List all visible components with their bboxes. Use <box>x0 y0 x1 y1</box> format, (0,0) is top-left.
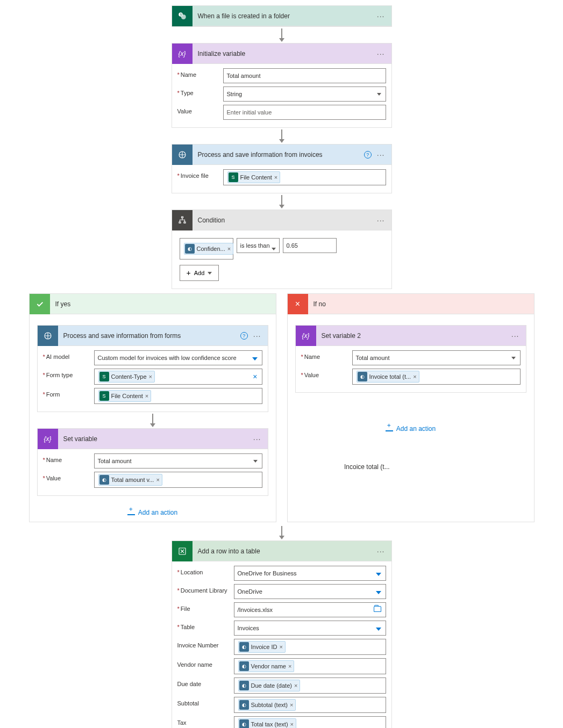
subtotal-input[interactable]: ◐Subtotal (text)× <box>234 697 386 713</box>
add-action-icon <box>386 426 393 431</box>
add-action-icon <box>127 510 135 515</box>
invoice-number-input[interactable]: ◐Invoice ID× <box>234 639 386 655</box>
condition-card: Condition ··· ◐ Confiden... × is less th… <box>172 210 392 289</box>
type-select[interactable]: String <box>223 87 386 102</box>
file-input[interactable]: /Invoices.xlsx <box>234 602 386 617</box>
svg-rect-4 <box>181 217 183 218</box>
remove-token-icon[interactable]: × <box>227 246 231 252</box>
ai-token-icon: ◐ <box>185 244 195 254</box>
more-icon[interactable]: ··· <box>377 49 385 58</box>
due-date-token[interactable]: ◐Due date (date)× <box>238 680 301 691</box>
ai-model-select[interactable]: Custom model for invoices with low confi… <box>94 350 262 365</box>
total-amount-token[interactable]: ◐ Total amount v... × <box>98 474 162 486</box>
svg-rect-6 <box>184 222 186 223</box>
help-icon[interactable]: ? <box>240 332 248 340</box>
name-select[interactable]: Total amount <box>94 453 262 468</box>
field-label: *Table <box>177 621 234 630</box>
remove-token-icon[interactable]: × <box>413 373 416 380</box>
card-header[interactable]: Process and save information from forms … <box>38 326 268 346</box>
vendor-name-token[interactable]: ◐Vendor name× <box>238 660 295 672</box>
card-header[interactable]: {x} Initialize variable ··· <box>172 44 391 64</box>
process-forms-card: Process and save information from forms … <box>37 325 268 412</box>
more-icon[interactable]: ··· <box>253 435 261 443</box>
remove-token-icon[interactable]: × <box>279 644 282 650</box>
field-label: *File <box>177 602 234 612</box>
add-action-button[interactable]: Add an action <box>127 509 177 516</box>
tax-token[interactable]: ◐Total tax (text)× <box>238 718 297 728</box>
ai-builder-icon <box>172 145 193 165</box>
value-input[interactable]: Enter initial value <box>223 105 386 120</box>
ai-token-icon: ◐ <box>239 719 249 728</box>
form-input[interactable]: S File Content × <box>94 388 262 404</box>
process-invoices-card: Process and save information from invoic… <box>172 144 392 193</box>
folder-icon[interactable] <box>374 606 381 612</box>
tax-input[interactable]: ◐Total tax (text)× <box>234 716 386 728</box>
card-title: Add a row into a table <box>193 547 377 555</box>
field-label: Invoice Number <box>177 639 234 648</box>
subtotal-token[interactable]: ◐Subtotal (text)× <box>238 699 296 711</box>
remove-token-icon[interactable]: × <box>290 702 293 708</box>
table-select[interactable]: Invoices <box>234 621 386 636</box>
field-label: *Type <box>177 87 223 96</box>
confidence-token[interactable]: ◐ Confiden... × <box>184 243 234 255</box>
invoice-id-token[interactable]: ◐Invoice ID× <box>238 641 286 653</box>
field-label: Due date <box>177 677 234 687</box>
remove-token-icon[interactable]: × <box>290 721 294 727</box>
add-action-button[interactable]: Add an action <box>386 425 436 433</box>
clear-icon[interactable]: × <box>253 372 257 381</box>
file-content-token[interactable]: S File Content × <box>227 171 281 183</box>
set-variable-card: {x} Set variable ··· *Name Total amount … <box>37 428 268 496</box>
card-header[interactable]: Condition ··· <box>172 210 391 230</box>
content-type-token[interactable]: S Content-Type × <box>98 371 155 383</box>
trigger-title: When a file is created in a folder <box>193 12 377 20</box>
add-condition-button[interactable]: +Add <box>180 265 219 281</box>
remove-token-icon[interactable]: × <box>156 477 159 483</box>
due-date-input[interactable]: ◐Due date (date)× <box>234 677 386 694</box>
card-header[interactable]: Add a row into a table ··· <box>172 541 391 561</box>
card-header[interactable]: {x} Set variable ··· <box>38 429 268 449</box>
if-no-branch: × If no {x} Set variable 2 ··· *Name Tot… <box>287 293 535 522</box>
invoice-file-input[interactable]: S File Content × <box>223 169 386 185</box>
document-library-select[interactable]: OneDrive <box>234 584 386 599</box>
more-icon[interactable]: ··· <box>253 331 261 340</box>
arrow-connector <box>150 412 155 428</box>
condition-operator-select[interactable]: is less than <box>237 238 280 253</box>
form-type-input[interactable]: S Content-Type × × <box>94 369 262 385</box>
field-label: Tax <box>177 716 234 726</box>
remove-token-icon[interactable]: × <box>288 663 291 669</box>
more-icon[interactable]: ··· <box>377 547 385 556</box>
field-label: *Form type <box>43 369 94 378</box>
more-icon[interactable]: ··· <box>377 150 385 159</box>
remove-token-icon[interactable]: × <box>145 393 148 399</box>
more-icon[interactable]: ··· <box>377 216 385 225</box>
value-input[interactable]: ◐ Invoice total (t... × <box>352 369 521 385</box>
ai-builder-icon <box>38 326 58 346</box>
field-label: *Form <box>43 388 94 398</box>
name-select[interactable]: Total amount <box>352 350 521 365</box>
arrow-connector <box>279 128 284 144</box>
vendor-name-input[interactable]: ◐Vendor name× <box>234 658 386 674</box>
help-icon[interactable]: ? <box>364 151 372 158</box>
more-icon[interactable]: ··· <box>511 331 519 340</box>
file-content-token[interactable]: S File Content × <box>98 390 152 402</box>
invoice-total-token[interactable]: ◐ Invoice total (t... × <box>357 371 419 383</box>
svg-rect-5 <box>179 222 181 223</box>
sharepoint-icon: S <box>172 6 193 26</box>
remove-token-icon[interactable]: × <box>294 682 297 689</box>
card-header[interactable]: {x} Set variable 2 ··· <box>296 326 526 346</box>
card-header[interactable]: Process and save information from invoic… <box>172 145 391 165</box>
trigger-card[interactable]: S When a file is created in a folder ··· <box>172 5 392 27</box>
condition-left-input[interactable]: ◐ Confiden... × <box>180 238 233 260</box>
location-select[interactable]: OneDrive for Business <box>234 566 386 581</box>
field-label: *Location <box>177 566 234 575</box>
arrow-connector <box>279 193 284 210</box>
more-icon[interactable]: ··· <box>377 12 385 20</box>
field-label: Subtotal <box>177 697 234 707</box>
field-label: Value <box>177 105 223 114</box>
remove-token-icon[interactable]: × <box>274 174 277 181</box>
remove-token-icon[interactable]: × <box>149 373 152 380</box>
value-input[interactable]: ◐ Total amount v... × <box>94 472 262 488</box>
condition-value-input[interactable]: 0.65 <box>283 238 337 253</box>
condition-icon <box>172 210 193 230</box>
name-input[interactable]: Total amount <box>223 68 386 83</box>
